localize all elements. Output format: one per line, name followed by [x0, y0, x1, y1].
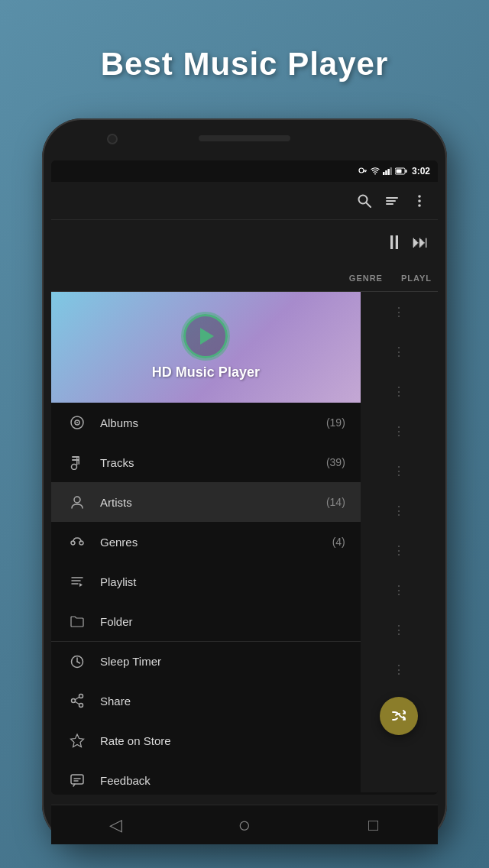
- svg-line-41: [75, 697, 79, 700]
- navigation-drawer: HD Music Player Albums: [51, 292, 361, 792]
- svg-rect-8: [390, 167, 392, 175]
- dot-row-7: ⋮: [361, 530, 438, 570]
- menu-item-playlist[interactable]: Playlist: [51, 562, 361, 601]
- tab-genre[interactable]: GENRE: [349, 274, 383, 283]
- dot-row-1: ⋮: [361, 292, 438, 332]
- menu-item-sleep-timer[interactable]: Sleep Timer: [51, 641, 361, 681]
- top-action-bar: [51, 182, 438, 220]
- app-title: Best Music Player: [0, 46, 489, 83]
- tab-playlist[interactable]: PLAYL: [401, 274, 432, 283]
- svg-rect-44: [71, 775, 83, 784]
- fab-button[interactable]: [380, 697, 418, 735]
- svg-marker-43: [71, 734, 84, 747]
- phone-speaker: [199, 135, 290, 141]
- svg-point-17: [418, 195, 421, 198]
- playback-bar: ⏸ ⏭: [51, 220, 438, 264]
- svg-point-18: [418, 199, 421, 202]
- search-icon[interactable]: [357, 193, 372, 209]
- dot-row-4: ⋮: [361, 411, 438, 451]
- svg-rect-3: [364, 171, 364, 173]
- svg-rect-2: [365, 171, 366, 173]
- battery-icon: [395, 167, 407, 176]
- svg-rect-7: [387, 169, 390, 175]
- feedback-label: Feedback: [100, 774, 345, 787]
- playlist-icon: [66, 574, 88, 589]
- recents-button[interactable]: □: [355, 806, 393, 844]
- dot-row-3: ⋮: [361, 371, 438, 411]
- phone-frame: 3:02 ⏸ ⏭ GENRE: [42, 118, 447, 844]
- albums-count: (19): [326, 416, 345, 429]
- dot-row-5: ⋮: [361, 451, 438, 491]
- sort-icon[interactable]: [384, 193, 400, 209]
- dot-row-2: ⋮: [361, 332, 438, 371]
- folder-label: Folder: [100, 615, 345, 628]
- dot-row-10: ⋮: [361, 649, 438, 689]
- svg-point-39: [79, 704, 83, 708]
- menu-item-share[interactable]: Share: [51, 681, 361, 721]
- svg-point-30: [79, 541, 83, 545]
- svg-point-38: [79, 695, 83, 698]
- drawer-app-name: HD Music Player: [152, 364, 260, 381]
- menu-item-folder[interactable]: Folder: [51, 601, 361, 641]
- menu-item-rate-on-store[interactable]: Rate on Store: [51, 721, 361, 760]
- wifi-icon: [371, 167, 380, 176]
- folder-icon: [66, 614, 88, 628]
- svg-rect-27: [79, 457, 80, 465]
- tracks-count: (39): [326, 456, 345, 468]
- key-icon: [358, 167, 368, 176]
- share-label: Share: [100, 695, 345, 708]
- svg-line-37: [77, 662, 80, 663]
- home-button[interactable]: ○: [225, 806, 264, 844]
- albums-label: Albums: [100, 416, 323, 429]
- svg-rect-23: [72, 456, 79, 458]
- genres-label: Genres: [100, 536, 329, 549]
- svg-rect-11: [396, 170, 401, 173]
- svg-point-22: [76, 422, 78, 423]
- svg-point-0: [359, 168, 364, 173]
- next-button[interactable]: ⏭: [412, 232, 429, 252]
- svg-rect-1: [363, 170, 367, 171]
- svg-line-13: [367, 202, 371, 207]
- artists-icon: [66, 494, 88, 510]
- tracks-icon: [66, 455, 88, 470]
- logo-ring: [181, 312, 230, 361]
- svg-point-28: [74, 497, 80, 503]
- sleep-timer-icon: [66, 654, 88, 669]
- status-time: 3:02: [412, 166, 430, 177]
- svg-point-19: [418, 204, 421, 207]
- genres-icon: [66, 534, 88, 549]
- rate-on-store-label: Rate on Store: [100, 734, 345, 747]
- drawer-header: HD Music Player: [51, 292, 361, 403]
- svg-marker-34: [79, 583, 83, 587]
- tab-bar: GENRE PLAYL: [51, 264, 438, 292]
- back-button[interactable]: ◁: [96, 806, 134, 844]
- genres-count: (4): [332, 536, 345, 548]
- dot-row-9: ⋮: [361, 610, 438, 649]
- status-bar: 3:02: [51, 160, 438, 182]
- artists-count: (14): [326, 496, 345, 508]
- menu-item-albums[interactable]: Albums (19): [51, 403, 361, 442]
- pause-button[interactable]: ⏸: [384, 231, 404, 254]
- menu-item-tracks[interactable]: Tracks (39): [51, 442, 361, 482]
- menu-list: Albums (19): [51, 403, 361, 795]
- svg-rect-26: [76, 458, 78, 465]
- dot-row-8: ⋮: [361, 570, 438, 610]
- dot-row-6: ⋮: [361, 491, 438, 530]
- menu-item-artists[interactable]: Artists (14): [51, 482, 361, 522]
- phone-camera: [107, 134, 118, 144]
- star-icon: [66, 733, 88, 748]
- svg-point-29: [71, 541, 75, 545]
- svg-rect-6: [385, 170, 387, 175]
- menu-item-genres[interactable]: Genres (4): [51, 522, 361, 562]
- menu-item-feedback[interactable]: Feedback: [51, 760, 361, 795]
- phone-screen: 3:02 ⏸ ⏭ GENRE: [51, 160, 438, 795]
- feedback-icon: [66, 772, 88, 788]
- svg-point-40: [72, 699, 76, 703]
- more-icon[interactable]: [412, 193, 427, 209]
- status-icons: [358, 167, 407, 176]
- svg-rect-10: [405, 170, 406, 173]
- albums-icon: [66, 415, 88, 430]
- artists-label: Artists: [100, 496, 323, 509]
- playlist-label: Playlist: [100, 575, 345, 588]
- svg-point-25: [72, 465, 77, 470]
